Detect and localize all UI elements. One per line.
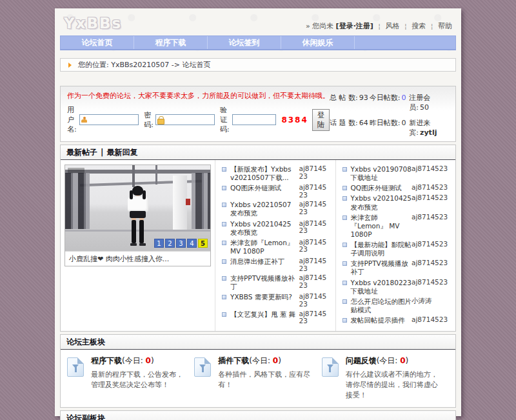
post-author[interactable]: aj8714523: [299, 165, 330, 180]
list-item: 怎么开启论坛的图片贴模式小涛涛: [342, 297, 451, 314]
person-legs: [123, 220, 153, 243]
board-description: 最新的程序下载，公告发布，管理及奖惩决定公布等！: [91, 370, 188, 390]
site-logo: YxBBs: [64, 15, 122, 32]
list-item: 发帖回帖提示插件aj8714523: [342, 316, 451, 325]
post-link[interactable]: 消息弹出修正补丁: [230, 257, 299, 266]
post-link[interactable]: 【最新功能】影院帖子调用说明: [351, 241, 412, 257]
slideshow-widget[interactable]: 1 2 3 4 5 小鹿乱撞❤ 肉肉小性感撞入你...: [64, 165, 211, 266]
post-link[interactable]: Yxbbs v20210507 发布预览: [230, 201, 299, 217]
latest-replies-tab[interactable]: 最新回复: [106, 148, 137, 157]
post-link[interactable]: Yxbbs v20180223下载地址: [351, 279, 412, 295]
post-link[interactable]: Yxbbs v20190708下载地址: [351, 165, 412, 182]
video-watermark: [68, 168, 84, 173]
post-author[interactable]: aj8714523: [299, 274, 330, 289]
post-link[interactable]: Yxbbs v20210425 发布预览: [230, 220, 299, 237]
stat-topics: 话 题 数:64: [330, 118, 370, 137]
board-icon[interactable]: [194, 357, 211, 377]
pager-4[interactable]: 4: [187, 239, 197, 248]
list-item: Yxbbs v20190708下载地址aj8714523: [342, 165, 451, 182]
post-author[interactable]: aj8714523: [412, 165, 450, 173]
login-button[interactable]: 登 陆: [312, 109, 330, 131]
post-author[interactable]: aj8714523: [299, 184, 330, 199]
post-author[interactable]: aj8714523: [412, 194, 450, 202]
post-author[interactable]: aj8714523: [412, 259, 450, 267]
pager-5-active[interactable]: 5: [198, 239, 208, 248]
board-today: (今日: 0): [249, 356, 281, 365]
post-link[interactable]: YXBBS 需要更新吗?: [230, 293, 299, 301]
post-author[interactable]: aj8714523: [299, 257, 330, 272]
username-input[interactable]: [79, 114, 139, 125]
slideshow-column: 1 2 3 4 5 小鹿乱撞❤ 肉肉小性感撞入你...: [61, 160, 215, 331]
stat-newest-member: 新进来宾:zytlj: [409, 118, 449, 137]
board-icon[interactable]: [67, 357, 84, 377]
main-boards-row: 程序下载(今日: 0) 最新的程序下载，公告发布，管理及奖惩决定公布等！ 插件下…: [61, 350, 455, 408]
post-link[interactable]: Yxbbs v20210425 发布预览: [351, 194, 412, 211]
post-link[interactable]: 怎么开启论坛的图片贴模式: [351, 297, 412, 314]
board-link[interactable]: 问题反馈: [346, 356, 377, 365]
post-author[interactable]: aj8714523: [299, 239, 330, 254]
forum-stats: 总 帖 数:93 今日帖数:0 注册会员:50 话 题 数:64 昨日帖数:0 …: [330, 91, 449, 137]
captcha-input[interactable]: [232, 114, 276, 125]
slideshow-caption[interactable]: 小鹿乱撞❤ 肉肉小性感撞入你...: [65, 251, 210, 266]
post-author[interactable]: aj8714523: [412, 316, 450, 324]
post-bullet-icon: [222, 203, 226, 207]
login-form: 用户名: 密 码: 验证码: 8384 登 陆: [67, 105, 330, 134]
header-user-links: » 您尚未 [登录·注册] ¦ 风格 ¦ 搜索 ¦ 帮助: [306, 21, 452, 31]
post-author[interactable]: aj8714523: [299, 310, 330, 325]
post-author[interactable]: aj8714523: [299, 293, 330, 308]
latest-posts-tab[interactable]: 最新帖子: [66, 148, 97, 157]
list-item: Yxbbs v20210425 发布预览aj8714523: [222, 220, 330, 237]
captcha-field-wrap: [232, 114, 276, 125]
post-link[interactable]: 【新版发布】Yxbbs v20210507下载...: [230, 165, 299, 182]
post-link[interactable]: 支持PPTV视频播放补丁: [230, 274, 299, 291]
post-author[interactable]: aj8714523: [299, 201, 330, 215]
board-icon[interactable]: [322, 357, 339, 377]
tab-program-download[interactable]: 程序下载: [134, 36, 208, 49]
guillemet-icon: »: [306, 22, 310, 30]
post-author[interactable]: aj8714523: [412, 279, 450, 286]
latest-section: 最新帖子|最新回复: [60, 145, 456, 332]
person-shoes: [123, 243, 153, 246]
post-author[interactable]: aj8714523: [412, 241, 450, 248]
link-separator: ¦: [378, 22, 381, 30]
post-link[interactable]: 米津玄師『Lemon』 MV 1080P: [351, 214, 412, 239]
list-item: 【最新功能】影院帖子调用说明aj8714523: [342, 241, 451, 257]
post-link[interactable]: 米津玄師『Lemon』 MV 1080P: [230, 239, 299, 255]
post-author[interactable]: aj8714523: [299, 220, 330, 235]
post-link[interactable]: 支持PPTV视频播放补丁: [351, 259, 412, 276]
post-author[interactable]: aj8714523: [412, 214, 450, 221]
post-bullet-icon: [222, 167, 226, 172]
person-shorts: [130, 211, 146, 218]
slideshow-photo[interactable]: 1 2 3 4 5: [65, 165, 210, 251]
captcha-code: 8384: [281, 115, 308, 125]
captcha-label: 验证码:: [220, 105, 230, 134]
login-register-link[interactable]: [登录·注册]: [336, 22, 373, 30]
board-plugin-download: 插件下载(今日: 0) 各种插件，风格下载，应有尽有！: [194, 355, 321, 401]
list-item: Yxbbs v20210425 发布预览aj8714523: [342, 194, 451, 211]
pager-2[interactable]: 2: [165, 239, 175, 248]
post-link[interactable]: 发帖回帖提示插件: [351, 316, 412, 325]
post-author[interactable]: 小涛涛: [412, 297, 450, 305]
style-link[interactable]: 风格: [386, 22, 400, 30]
lock-icon: [157, 116, 163, 123]
help-link[interactable]: 帮助: [438, 22, 452, 30]
board-feedback: 问题反馈(今日: 0) 有什么建议或者不满的地方，请你尽情的提出，我们将虚心接受…: [322, 355, 449, 401]
board-link[interactable]: 程序下载: [91, 356, 122, 365]
board-link[interactable]: 插件下载: [218, 356, 249, 365]
post-bullet-icon: [222, 222, 226, 226]
stat-today-posts: 今日帖数:0: [370, 93, 410, 112]
photo-post: [155, 165, 157, 185]
post-link[interactable]: QQ图床外链测试: [351, 184, 412, 192]
post-bullet-icon: [342, 243, 347, 247]
tab-forum-home[interactable]: 论坛首页: [61, 36, 134, 49]
tab-forum-signin[interactable]: 论坛签到: [208, 36, 281, 49]
board-today: (今日: 0): [377, 356, 409, 365]
stat-yesterday-posts: 昨日帖数:0: [370, 118, 410, 137]
pager-3[interactable]: 3: [176, 239, 186, 248]
post-author[interactable]: aj8714523: [412, 184, 450, 192]
post-link[interactable]: 【文艺复兴】甩 葱 舞: [230, 310, 299, 319]
tab-leisure[interactable]: 休闲娱乐: [281, 36, 355, 49]
pager-1[interactable]: 1: [154, 239, 164, 248]
post-link[interactable]: QQ图床外链测试: [230, 184, 299, 192]
search-link[interactable]: 搜索: [412, 22, 426, 30]
